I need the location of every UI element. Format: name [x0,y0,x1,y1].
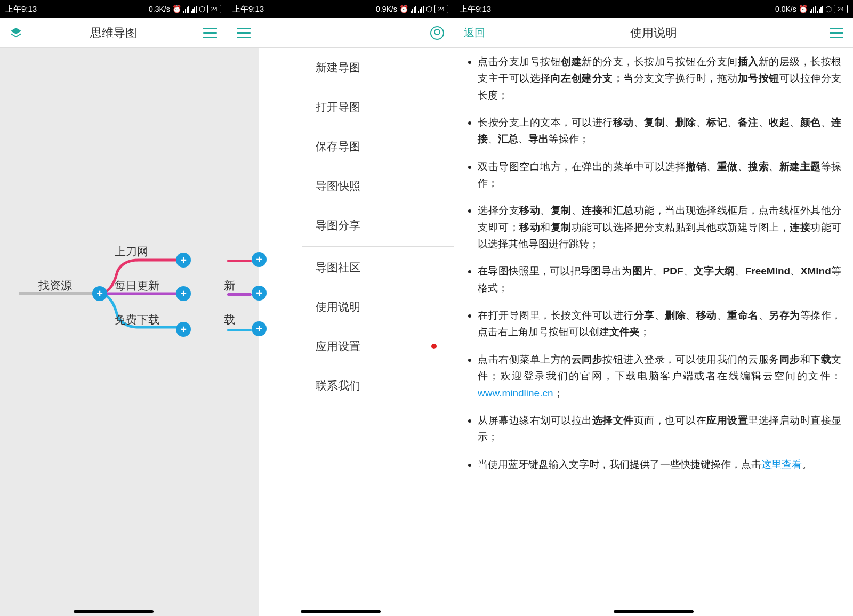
branch-plus-button[interactable]: + [176,253,191,268]
status-bar: 上午9:13 0.3K/s ⏰ ⬡ 24 [0,0,227,18]
help-item: 选择分支移动、复制、连接和汇总功能，当出现选择线框后，点击线框外其他分支即可；移… [478,202,841,252]
menu-item[interactable]: 保存导图 [302,127,454,166]
help-link[interactable]: www.mindline.cn [478,387,553,399]
back-button[interactable]: 返回 [464,26,485,40]
menu-item-label: 打开导图 [316,100,360,115]
menu-item-label: 导图分享 [316,218,360,233]
menu-divider [302,246,454,247]
signal-icon [411,6,424,13]
status-time: 上午9:13 [232,4,264,14]
menu-item[interactable]: 导图快照 [302,166,454,206]
home-indicator [614,610,694,613]
menu-icon[interactable] [237,28,251,38]
help-item: 在打开导图里，长按文件可以进行分享、删除、移动、重命名、另存为等操作，点击右上角… [478,307,841,341]
branch-plus-button[interactable]: + [176,322,191,337]
help-item: 长按分支上的文本，可以进行移动、复制、删除、标记、备注、收起、颜色、连接、汇总、… [478,114,841,148]
page-title: 思维导图 [0,25,227,41]
network-rate: 0.3K/s [149,5,170,13]
menu-item[interactable]: 联系我们 [302,366,454,406]
menu-pane: 上午9:13 0.9K/s ⏰ ⬡ 24 + 新 + 载 + 新建导图打开 [227,0,454,616]
help-item: 点击右侧菜单上方的云同步按钮进入登录，可以使用我们的云服务同步和下载文件；欢迎登… [478,351,841,401]
battery-icon: 24 [834,5,848,13]
network-rate: 0.9K/s [376,5,397,13]
layers-icon[interactable] [10,27,22,39]
branch-plus-button[interactable]: + [252,286,267,301]
help-content[interactable]: 点击分支加号按钮创建新的分支，长按加号按钮在分支间插入新的层级，长按根支主干可以… [454,48,853,605]
menu-item[interactable]: 打开导图 [302,87,454,127]
status-time: 上午9:13 [460,4,491,14]
help-item: 点击分支加号按钮创建新的分支，长按加号按钮在分支间插入新的层级，长按根支主干可以… [478,53,841,103]
mindmap-canvas[interactable]: 找资源 + 上刀网 + 每日更新 + 免费下载 + [0,48,227,616]
menu-item[interactable]: 使用说明 [302,287,454,327]
menu-item[interactable]: 新建导图 [302,48,454,87]
app-header: 返回 使用说明 [454,18,853,48]
branch-plus-button[interactable]: + [252,321,267,336]
help-link[interactable]: 这里查看 [761,459,802,470]
branch-plus-button[interactable]: + [252,252,267,267]
help-item: 在导图快照里，可以把导图导出为图片、PDF、文字大纲、FreeMind、XMin… [478,263,841,296]
alarm-icon: ⏰ [172,5,181,13]
status-time: 上午9:13 [5,4,37,14]
signal-icon [183,6,197,13]
profile-icon[interactable] [430,26,444,40]
network-rate: 0.0K/s [775,5,796,13]
wifi-icon: ⬡ [199,5,205,13]
app-header: 思维导图 [0,18,227,48]
page-title: 使用说明 [454,25,853,41]
branch-plus-button[interactable]: + [176,286,191,301]
menu-item-label: 使用说明 [316,299,360,314]
mindmap-pane: 上午9:13 0.3K/s ⏰ ⬡ 24 思维导图 [0,0,227,616]
alarm-icon: ⏰ [799,5,808,13]
menu-item[interactable]: 导图分享 [302,206,454,245]
menu-icon[interactable] [203,28,217,38]
battery-icon: 24 [434,5,448,13]
menu-icon[interactable] [830,28,843,38]
help-item: 当使用蓝牙键盘输入文字时，我们提供了一些快捷键操作，点击这里查看。 [478,456,841,473]
notification-dot [431,344,437,349]
wifi-icon: ⬡ [426,5,432,13]
app-header [227,18,454,48]
menu-item-label: 联系我们 [316,378,360,393]
status-bar: 上午9:13 0.9K/s ⏰ ⬡ 24 [227,0,454,18]
battery-icon: 24 [207,5,221,13]
menu-item-label: 导图快照 [316,179,360,193]
alarm-icon: ⏰ [399,5,408,13]
help-pane: 上午9:13 0.0K/s ⏰ ⬡ 24 返回 使用说明 点击分支加号按钮创建新… [454,0,853,616]
status-bar: 上午9:13 0.0K/s ⏰ ⬡ 24 [454,0,853,18]
home-indicator [74,610,154,613]
menu-item[interactable]: 应用设置 [302,327,454,366]
signal-icon [810,6,823,13]
drawer-menu: 新建导图打开导图保存导图导图快照导图分享 导图社区使用说明应用设置联系我们 [302,48,454,616]
menu-item-label: 应用设置 [316,339,360,354]
menu-item-label: 导图社区 [316,260,360,275]
home-indicator [301,610,381,613]
menu-item[interactable]: 导图社区 [302,248,454,287]
root-plus-button[interactable]: + [92,286,107,301]
help-item: 从屏幕边缘右划可以拉出选择文件页面，也可以在应用设置里选择启动时直接显示； [478,412,841,445]
menu-item-label: 保存导图 [316,139,360,154]
help-item: 双击导图空白地方，在弹出的菜单中可以选择撤销、重做、搜索、新建主题等操作； [478,158,841,192]
menu-item-label: 新建导图 [316,60,360,75]
wifi-icon: ⬡ [825,5,832,13]
